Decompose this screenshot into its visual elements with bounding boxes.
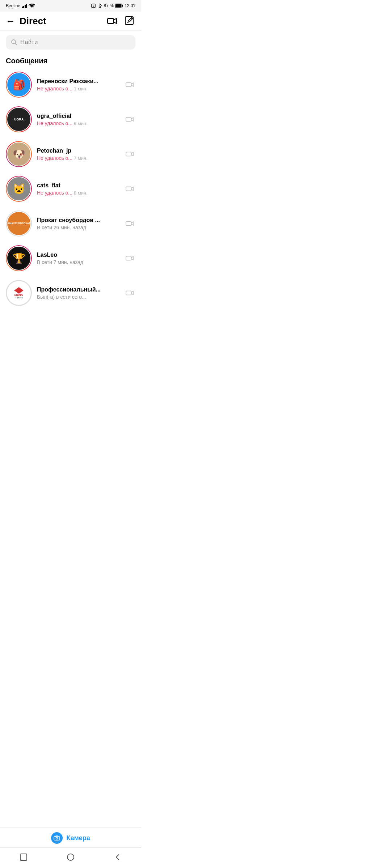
message-preview: Не удалось о...6 мин. [37,120,119,126]
message-content: Профессиональный... Был(-а) в сети сего.… [37,286,119,300]
page-title: Direct [20,16,106,27]
avatar-ring: KNIPEX Russia [6,280,32,306]
svg-text:N: N [92,5,94,7]
message-content: LasLeo В сети 7 мин. назад [37,252,119,265]
wifi-icon [29,4,35,8]
message-time: 7 мин. [74,156,88,161]
svg-rect-4 [108,18,114,24]
search-container [0,31,141,54]
camera-icon [126,81,134,89]
message-time: 6 мин. [74,121,88,126]
svg-point-6 [12,40,16,44]
search-input[interactable] [20,39,130,46]
avatar-text: UGRA [14,118,24,122]
avatar-text: AMAXTUR [7,222,20,225]
message-item[interactable]: 🐶 Petochan_jp Не удалось о...7 мин. [6,137,135,171]
avatar-ring: 🐶 [6,141,32,167]
avatar-ring: AMAXTURПРОКАТ [6,210,32,237]
message-preview: Не удалось о...1 мин. [37,86,119,92]
camera-icon [126,289,134,297]
camera-icon-button[interactable] [124,183,135,195]
camera-icon-button[interactable] [124,287,135,299]
message-preview: Не удалось о...7 мин. [37,155,119,161]
avatar: KNIPEX Russia [7,281,31,305]
avatar-emoji: 🐱 [13,183,25,195]
message-name: LasLeo [37,252,119,258]
signal-bar-2 [23,6,24,8]
camera-icon [126,185,134,193]
search-icon [11,39,17,46]
time: 12:01 [125,3,135,8]
status-right: N 87 % 12:01 [91,3,135,8]
camera-icon [126,150,134,158]
header-actions [106,15,135,27]
message-preview: В сети 26 мин. назад [37,225,119,230]
svg-rect-9 [126,152,131,156]
signal-bar-4 [26,4,27,8]
knipex-sub: Russia [15,297,23,299]
bluetooth-icon [97,3,102,8]
message-time: 8 мин. [74,190,88,196]
message-content: ugra_official Не удалось о...6 мин. [37,113,119,126]
message-item[interactable]: KNIPEX Russia Профессиональный... Был(-а… [6,276,135,310]
message-content: Переноски Рюкзаки... Не удалось о...1 ми… [37,78,119,92]
avatar: 🐱 [7,176,31,201]
message-name: cats_flat [37,182,119,189]
signal-bar-1 [22,7,23,8]
nfc-icon: N [91,3,96,8]
message-name: Petochan_jp [37,148,119,154]
message-item[interactable]: 🏆 LasLeo В сети 7 мин. назад [6,241,135,276]
camera-icon-button[interactable] [124,148,135,160]
message-content: Petochan_jp Не удалось о...7 мин. [37,148,119,161]
edit-icon [125,16,134,26]
message-name: ugra_official [37,113,119,119]
message-time: 1 мин. [74,86,88,92]
signal-bar-3 [25,5,26,8]
camera-icon-button[interactable] [124,252,135,264]
message-item[interactable]: UGRA ugra_official Не удалось о...6 мин. [6,102,135,137]
svg-rect-11 [126,222,131,226]
camera-icon [126,254,134,262]
knipex-name: KNIPEX [14,294,23,297]
avatar-emoji: 🐶 [13,148,25,160]
battery-icon [115,4,123,8]
message-preview: Был(-а) в сети сего... [37,294,119,300]
battery-percent: 87 % [104,3,114,8]
message-name: Профессиональный... [37,286,119,293]
avatar-emoji: 🎒 [13,79,25,91]
avatar: 🏆 [7,246,31,271]
section-title: Сообщения [0,54,141,67]
svg-rect-10 [126,187,131,191]
video-call-button[interactable] [106,15,118,27]
camera-icon [126,115,134,123]
avatar: UGRA [7,107,31,132]
carrier-name: Beeline [6,3,20,8]
header: ← Direct [0,12,141,31]
avatar-text: ПРОКАТ [20,222,30,225]
signal-bars [22,4,27,8]
video-camera-icon [107,17,117,25]
search-bar[interactable] [6,35,135,50]
svg-rect-7 [126,83,131,87]
avatar-ring: 🎒 [6,72,32,98]
message-item[interactable]: 🎒 Переноски Рюкзаки... Не удалось о...1 … [6,67,135,102]
message-item[interactable]: AMAXTURПРОКАТ Прокат сноубордов ... В се… [6,206,135,241]
compose-button[interactable] [124,15,135,27]
avatar-ring: 🏆 [6,245,32,271]
status-bar: Beeline N 87 % 12:01 [0,0,141,12]
avatar-emoji: 🏆 [13,252,25,264]
back-button[interactable]: ← [6,16,15,26]
avatar-ring: 🐱 [6,176,32,202]
status-left: Beeline [6,3,35,8]
message-content: Прокат сноубордов ... В сети 26 мин. наз… [37,217,119,230]
message-name: Прокат сноубордов ... [37,217,119,224]
message-content: cats_flat Не удалось о...8 мин. [37,182,119,196]
camera-icon-button[interactable] [124,79,135,90]
camera-icon-button[interactable] [124,218,135,229]
camera-icon-button[interactable] [124,114,135,125]
message-preview: Не удалось о...8 мин. [37,190,119,196]
avatar: 🐶 [7,142,31,166]
avatar-ring: UGRA [6,106,32,132]
message-item[interactable]: 🐱 cats_flat Не удалось о...8 мин. [6,171,135,206]
svg-rect-12 [126,256,131,260]
